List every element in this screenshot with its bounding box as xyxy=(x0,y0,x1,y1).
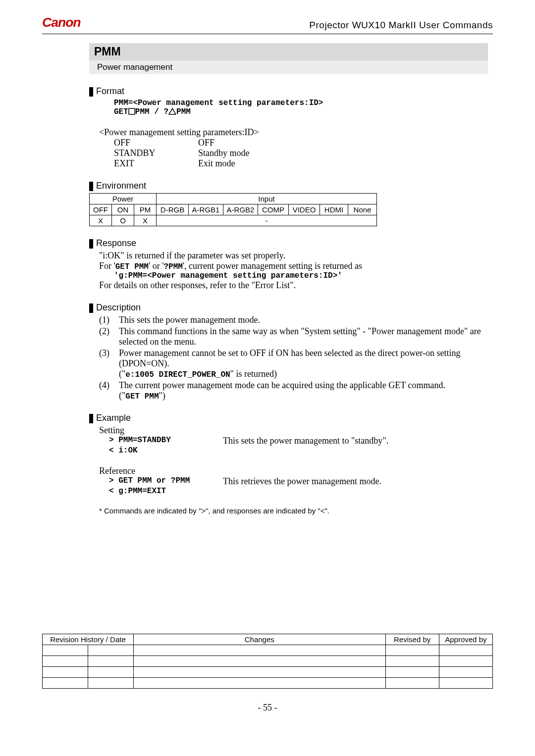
example-row: > PMM=STANDBY This sets the power manage… xyxy=(109,436,488,446)
rev-cell xyxy=(385,667,439,678)
desc-item: (4) The current power management mode ca… xyxy=(99,380,488,401)
desc-num: (3) xyxy=(99,348,119,379)
rev-cell xyxy=(43,667,88,678)
t: ") xyxy=(159,391,165,401)
format-pmm1: PMM / ? xyxy=(135,107,168,116)
env-val: O xyxy=(112,215,134,226)
t: GET PMM xyxy=(125,392,159,401)
rev-cell xyxy=(133,645,385,656)
env-val: X xyxy=(90,215,112,226)
env-col: COMP xyxy=(258,204,289,215)
triangle-glyph xyxy=(168,108,176,115)
desc-item: (3) Power management cannot be set to OF… xyxy=(99,348,488,379)
rev-cell xyxy=(439,678,492,689)
t: (" xyxy=(119,369,125,379)
desc-text: This command functions in the same way a… xyxy=(119,326,488,347)
t: The current power management mode can be… xyxy=(119,380,445,390)
format-pmm2: PMM xyxy=(176,107,191,116)
param-meaning: OFF xyxy=(198,138,214,148)
rev-cell xyxy=(385,656,439,667)
page: Canon Projector WUX10 MarkII User Comman… xyxy=(0,0,535,756)
t: (" xyxy=(119,391,125,401)
example-desc: This sets the power management to "stand… xyxy=(223,436,388,446)
example-cmd: < g:PMM=EXIT xyxy=(109,487,223,496)
response-line1: "i:OK" is returned if the parameter was … xyxy=(99,251,488,261)
canon-logo: Canon xyxy=(42,15,116,31)
param-title: <Power management setting parameters:ID> xyxy=(99,127,488,138)
svg-text:Canon: Canon xyxy=(42,15,81,30)
rev-cell xyxy=(43,678,88,689)
env-col: PM xyxy=(134,204,157,215)
rev-h4: Approved by xyxy=(439,634,492,645)
rect-glyph xyxy=(128,108,135,115)
format-syntax-2: GETPMM / ?PMM xyxy=(114,107,488,116)
t: For ' xyxy=(99,261,115,271)
revision-table: Revision History / Date Changes Revised … xyxy=(42,634,493,689)
env-group-input: Input xyxy=(157,194,377,204)
desc-num: (4) xyxy=(99,380,119,401)
response-code: 'g:PMM=<Power management setting paramet… xyxy=(114,271,488,280)
env-col: HDMI xyxy=(320,204,348,215)
env-col: OFF xyxy=(90,204,112,215)
example-cmd: > GET PMM or ?PMM xyxy=(109,476,223,487)
param-id: OFF xyxy=(114,138,198,148)
env-col: VIDEO xyxy=(289,204,320,215)
rev-h1: Revision History / Date xyxy=(43,634,134,645)
rev-cell xyxy=(385,645,439,656)
page-number: - 55 - xyxy=(42,703,493,713)
section-format: Format xyxy=(89,86,488,97)
page-header: Canon Projector WUX10 MarkII User Comman… xyxy=(42,15,493,34)
doc-title: Projector WUX10 MarkII User Commands xyxy=(309,20,493,31)
desc-num: (2) xyxy=(99,326,119,347)
desc-text: This sets the power management mode. xyxy=(119,315,488,325)
svg-marker-2 xyxy=(169,108,176,114)
env-col: None xyxy=(348,204,377,215)
env-val: - xyxy=(157,215,377,226)
t: ', current power management setting is r… xyxy=(183,261,362,271)
command-caption: Power management xyxy=(89,60,488,74)
param-meaning: Exit mode xyxy=(198,158,235,169)
section-response: Response xyxy=(89,238,488,249)
svg-rect-1 xyxy=(129,108,135,114)
rev-cell xyxy=(133,678,385,689)
param-row-2: EXIT Exit mode xyxy=(114,158,488,169)
rev-cell xyxy=(133,656,385,667)
param-id: EXIT xyxy=(114,158,198,169)
rev-cell xyxy=(439,667,492,678)
example-reference-label: Reference xyxy=(99,466,488,476)
desc-text: The current power management mode can be… xyxy=(119,380,488,401)
param-meaning: Standby mode xyxy=(198,148,250,158)
env-val: X xyxy=(134,215,157,226)
example-desc: This retrieves the power management mode… xyxy=(223,476,381,487)
example-cmd: > PMM=STANDBY xyxy=(109,436,223,446)
section-example: Example xyxy=(89,413,488,423)
desc-num: (1) xyxy=(99,315,119,325)
response-line3: For details on other responses, refer to… xyxy=(99,280,488,291)
env-col: ON xyxy=(112,204,134,215)
example-setting-label: Setting xyxy=(99,425,488,436)
env-col: A-RGB2 xyxy=(223,204,258,215)
description-list: (1) This sets the power management mode.… xyxy=(99,315,488,401)
example-cmd: < i:OK xyxy=(109,446,223,455)
example-row: < i:OK xyxy=(109,446,488,455)
desc-text: Power management cannot be set to OFF if… xyxy=(119,348,488,379)
rev-cell xyxy=(43,645,88,656)
env-col: D-RGB xyxy=(157,204,189,215)
param-row-1: STANDBY Standby mode xyxy=(114,148,488,158)
format-get: GET xyxy=(114,107,128,116)
format-syntax-1: PMM=<Power management setting parameters… xyxy=(114,99,488,107)
rev-cell xyxy=(439,656,492,667)
rev-cell xyxy=(43,656,88,667)
rev-cell xyxy=(88,678,133,689)
env-group-power: Power xyxy=(90,194,157,204)
response-line2: For 'GET PMM' or '?PMM', current power m… xyxy=(99,261,488,271)
rev-h2: Changes xyxy=(133,634,385,645)
rev-h3: Revised by xyxy=(385,634,439,645)
env-col: A-RGB1 xyxy=(189,204,223,215)
rev-cell xyxy=(385,678,439,689)
example-note: * Commands are indicated by ">", and res… xyxy=(99,506,488,515)
section-description: Description xyxy=(89,302,488,313)
t: ' or ' xyxy=(149,261,163,271)
rev-cell xyxy=(88,667,133,678)
param-id: STANDBY xyxy=(114,148,198,158)
